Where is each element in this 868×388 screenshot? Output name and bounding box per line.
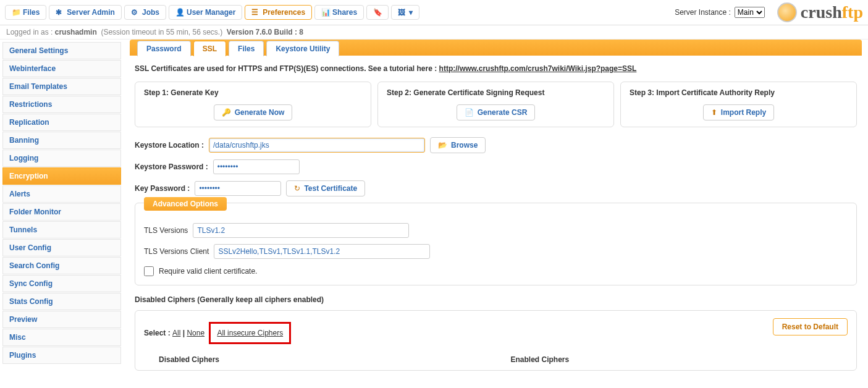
step-2: Step 2: Generate Certificate Signing Req… <box>377 82 614 127</box>
tab-jobs[interactable]: ⚙Jobs <box>124 5 166 20</box>
main-content: Password SSL Files Keystore Utility SSL … <box>124 40 868 386</box>
insecure-ciphers-highlight: All insecure Ciphers <box>209 322 291 344</box>
sidebar-item-folder-monitor[interactable]: Folder Monitor <box>2 203 121 221</box>
ssl-intro: SSL Certificates are used for HTTPS and … <box>135 64 857 73</box>
tab-shares[interactable]: 📊Shares <box>314 5 364 20</box>
sidebar-item-general-settings[interactable]: General Settings <box>2 42 121 59</box>
star-icon: ✱ <box>56 8 64 17</box>
sidebar-item-logging[interactable]: Logging <box>2 150 121 167</box>
doc-icon: 📄 <box>465 108 474 117</box>
import-icon: ⬆ <box>711 108 717 117</box>
status-bar: Logged in as : crushadmin (Session timeo… <box>0 25 868 40</box>
top-bar: 📁Files ✱Server Admin ⚙Jobs 👤User Manager… <box>0 0 868 25</box>
select-none-link[interactable]: None <box>187 329 204 337</box>
refresh-icon: ↻ <box>294 184 300 193</box>
subtab-keystore-utility[interactable]: Keystore Utility <box>266 41 339 56</box>
folder-open-icon: 📂 <box>438 141 447 150</box>
server-instance-label: Server Instance : <box>675 8 731 17</box>
tab-files[interactable]: 📁Files <box>5 5 46 20</box>
logo: crushftp <box>777 2 863 22</box>
keystore-password-label: Keystore Password : <box>135 162 208 171</box>
sidebar-item-tunnels[interactable]: Tunnels <box>2 221 121 238</box>
import-reply-button[interactable]: ⬆Import Reply <box>703 104 774 120</box>
subtab-files[interactable]: Files <box>229 41 264 56</box>
tls-versions-client-label: TLS Versions Client <box>144 247 209 256</box>
sidebar-item-plugins[interactable]: Plugins <box>2 347 121 364</box>
sidebar-item-webinterface[interactable]: Webinterface <box>2 60 121 77</box>
require-client-cert-label: Require valid client certificate. <box>159 267 257 276</box>
test-certificate-button[interactable]: ↻Test Certificate <box>286 180 365 196</box>
generate-csr-button[interactable]: 📄Generate CSR <box>457 104 536 120</box>
keystore-location-input[interactable] <box>209 138 425 153</box>
tab-preferences[interactable]: ☰Preferences <box>245 5 312 20</box>
server-instance-select[interactable]: Main <box>735 7 765 18</box>
select-insecure-link[interactable]: All insecure Ciphers <box>217 329 283 337</box>
tag-icon: 🔖 <box>373 8 382 17</box>
sidebar-item-misc[interactable]: Misc <box>2 329 121 346</box>
step-1: Step 1: Generate Key 🔑Generate Now <box>135 82 371 127</box>
key-password-label: Key Password : <box>135 184 190 193</box>
tab-extra-1[interactable]: 🔖 <box>366 5 389 20</box>
keystore-password-input[interactable] <box>213 159 300 174</box>
reset-to-default-button[interactable]: Reset to Default <box>773 318 848 335</box>
subtab-ssl[interactable]: SSL <box>193 41 226 56</box>
step-3: Step 3: Import Certificate Authority Rep… <box>620 82 857 127</box>
key-password-input[interactable] <box>195 181 281 196</box>
sidebar-item-stats-config[interactable]: Stats Config <box>2 293 121 310</box>
sliders-icon: ☰ <box>251 8 260 17</box>
disabled-ciphers-column: Disabled Ciphers <box>144 355 496 364</box>
tls-versions-input[interactable] <box>193 223 409 238</box>
sidebar-item-restrictions[interactable]: Restrictions <box>2 96 121 113</box>
tab-user-manager[interactable]: 👤User Manager <box>169 5 242 20</box>
sidebar-item-sync-config[interactable]: Sync Config <box>2 275 121 292</box>
sidebar-item-replication[interactable]: Replication <box>2 114 121 131</box>
keystore-location-label: Keystore Location : <box>135 141 204 150</box>
cipher-select-line: Select : All | None All insecure Ciphers <box>144 329 291 337</box>
generate-now-button[interactable]: 🔑Generate Now <box>214 104 293 120</box>
sidebar-item-user-config[interactable]: User Config <box>2 239 121 256</box>
server-instance: Server Instance : Main <box>675 7 765 18</box>
sidebar-item-banning[interactable]: Banning <box>2 132 121 149</box>
browse-button[interactable]: 📂Browse <box>430 137 486 153</box>
disabled-ciphers-title: Disabled Ciphers (Generally keep all cip… <box>135 295 857 304</box>
require-client-cert-checkbox[interactable] <box>144 266 154 276</box>
enabled-ciphers-column: Enabled Ciphers <box>496 355 848 364</box>
fist-icon <box>777 2 797 22</box>
sidebar: General Settings Webinterface Email Temp… <box>0 40 124 386</box>
key-icon: 🔑 <box>222 108 231 117</box>
subtab-password[interactable]: Password <box>137 41 191 56</box>
sidebar-item-alerts[interactable]: Alerts <box>2 185 121 203</box>
sidebar-item-encryption[interactable]: Encryption <box>2 167 121 185</box>
cipher-panel: Reset to Default Select : All | None All… <box>135 310 857 371</box>
sidebar-item-preview[interactable]: Preview <box>2 311 121 328</box>
image-icon: 🖼 <box>398 8 407 17</box>
nav-tabs: 📁Files ✱Server Admin ⚙Jobs 👤User Manager… <box>5 5 675 20</box>
folder-icon: 📁 <box>12 8 20 17</box>
sidebar-item-email-templates[interactable]: Email Templates <box>2 78 121 95</box>
advanced-options-panel: Advanced Options TLS Versions TLS Versio… <box>135 203 857 285</box>
ssl-tutorial-link[interactable]: http://www.crushftp.com/crush7wiki/Wiki.… <box>439 64 637 73</box>
tls-versions-client-input[interactable] <box>214 244 430 259</box>
gear-icon: ⚙ <box>131 8 140 17</box>
select-all-link[interactable]: All <box>172 329 180 337</box>
sidebar-item-search-config[interactable]: Search Config <box>2 257 121 274</box>
tls-versions-label: TLS Versions <box>144 226 188 235</box>
user-icon: 👤 <box>175 8 184 17</box>
chart-icon: 📊 <box>321 8 330 17</box>
tab-extra-2[interactable]: 🖼▾ <box>391 5 419 20</box>
steps-row: Step 1: Generate Key 🔑Generate Now Step … <box>135 82 857 127</box>
subtab-bar: Password SSL Files Keystore Utility <box>130 40 862 56</box>
tab-server-admin[interactable]: ✱Server Admin <box>49 5 122 20</box>
advanced-options-legend: Advanced Options <box>144 197 227 211</box>
